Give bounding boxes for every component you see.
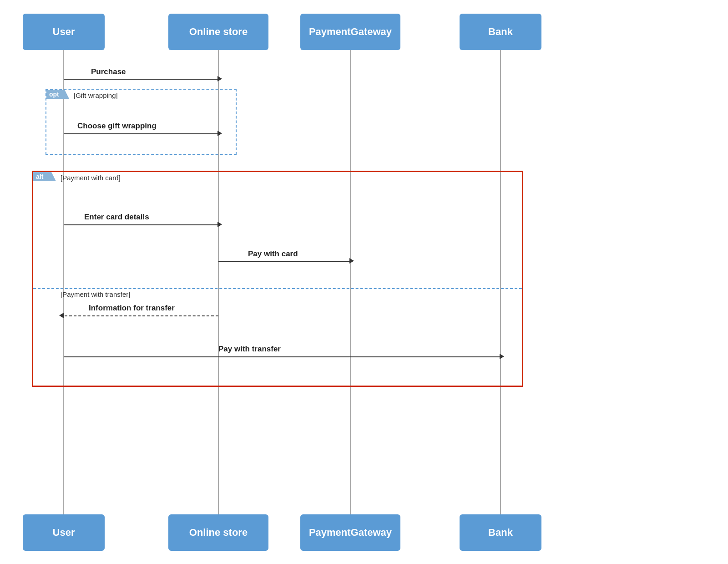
message-purchase-label: Purchase bbox=[91, 67, 126, 76]
message-purchase-line bbox=[64, 79, 218, 80]
message-gift-arrow bbox=[217, 131, 222, 136]
opt-label: opt bbox=[46, 90, 69, 99]
message-card-details-label: Enter card details bbox=[84, 213, 149, 222]
actor-gateway-bottom: PaymentGateway bbox=[300, 514, 400, 551]
message-purchase-arrow bbox=[217, 76, 222, 81]
message-gift-label: Choose gift wrapping bbox=[77, 122, 157, 131]
actor-bank-bottom: Bank bbox=[460, 514, 541, 551]
message-pay-card-arrow bbox=[349, 258, 354, 264]
message-info-transfer-arrow bbox=[59, 313, 64, 318]
message-pay-card-label: Pay with card bbox=[248, 249, 298, 259]
alt-condition-1: [Payment with card] bbox=[61, 174, 121, 182]
message-info-transfer-label: Information for transfer bbox=[89, 304, 175, 313]
message-info-transfer-line bbox=[65, 315, 218, 316]
message-pay-transfer-arrow bbox=[500, 354, 504, 359]
message-gift-line bbox=[64, 133, 218, 134]
message-pay-transfer-label: Pay with transfer bbox=[218, 345, 281, 354]
actor-user-bottom: User bbox=[23, 514, 105, 551]
message-card-details-line bbox=[64, 224, 218, 225]
message-card-details-arrow bbox=[217, 222, 222, 227]
actor-store-top: Online store bbox=[168, 14, 268, 50]
sequence-diagram: User Online store PaymentGateway Bank Us… bbox=[0, 0, 728, 564]
actor-user-top: User bbox=[23, 14, 105, 50]
actor-store-bottom: Online store bbox=[168, 514, 268, 551]
alt-fragment: alt [Payment with card] [Payment with tr… bbox=[32, 171, 523, 387]
alt-condition-2: [Payment with transfer] bbox=[61, 290, 130, 298]
alt-label: alt bbox=[33, 172, 56, 181]
message-pay-transfer-line bbox=[64, 356, 500, 357]
actor-bank-top: Bank bbox=[460, 14, 541, 50]
alt-divider bbox=[33, 288, 522, 289]
actor-gateway-top: PaymentGateway bbox=[300, 14, 400, 50]
message-pay-card-line bbox=[218, 261, 350, 262]
opt-condition: [Gift wrapping] bbox=[74, 91, 118, 99]
